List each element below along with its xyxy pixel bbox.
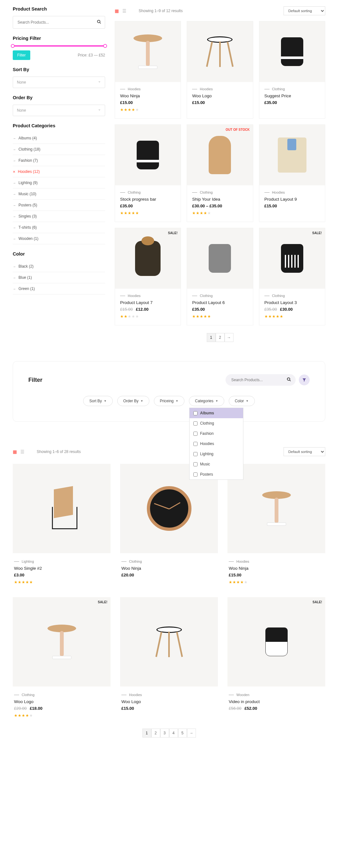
product-card[interactable]: Hoodies Woo Ninja £15.00 ★★★★★: [115, 21, 181, 119]
filter-search-input[interactable]: [226, 374, 296, 386]
checkbox[interactable]: [193, 422, 198, 426]
category-item[interactable]: →Albums (4): [13, 133, 105, 144]
sortby-select[interactable]: None: [13, 76, 105, 88]
page-link[interactable]: 1: [207, 333, 216, 342]
product-image: [115, 125, 181, 185]
product-card[interactable]: Lighting Woo Single #2 £3.00 ★★★★★: [13, 464, 110, 588]
dropdown-item[interactable]: Posters: [190, 469, 243, 479]
list-view-icon[interactable]: ☰: [21, 449, 25, 454]
chevron-down-icon: ▼: [104, 399, 107, 403]
sidebar: Product Search Pricing Filter Filter Pri…: [13, 6, 105, 361]
product-category: Hoodies: [122, 693, 216, 697]
color-item[interactable]: →Blue (1): [13, 272, 105, 283]
checkbox[interactable]: [193, 442, 198, 446]
product-category: Hoodies: [229, 560, 324, 563]
results-count: Showing 1–6 of 28 results: [37, 450, 80, 454]
color-item[interactable]: →Black (2): [13, 261, 105, 272]
product-category: Clothing: [264, 294, 320, 298]
product-card[interactable]: Clothing Product Layout 6 £35.00 ★★★★★: [187, 228, 253, 326]
filter-pill[interactable]: Priceing▼: [154, 396, 184, 406]
product-category: Clothing: [192, 294, 247, 298]
product-card[interactable]: SALE! Hoodies Product Layout 7 £15.00 £1…: [115, 228, 181, 326]
slider-handle-min[interactable]: [11, 44, 15, 48]
filter-pill[interactable]: Sort By▼: [83, 396, 112, 406]
arrow-right-icon: →: [13, 226, 16, 229]
product-image: [13, 464, 110, 553]
page-link[interactable]: 2: [151, 728, 160, 738]
category-label: Lighting (9): [19, 181, 38, 185]
product-card[interactable]: SALE! Wooden Video in product £56.00 £52…: [228, 597, 325, 721]
pagination-2: 12345→: [13, 728, 325, 738]
filter-section: Filter Sort By▼Order By▼Priceing▼Categor…: [13, 361, 325, 422]
category-item[interactable]: →Clothing (18): [13, 144, 105, 155]
page-link[interactable]: 2: [216, 333, 225, 342]
page-link[interactable]: 4: [169, 728, 178, 738]
filter-pill[interactable]: Categories▼AlbumsClothingFashionHoodiesL…: [189, 396, 224, 406]
arrow-right-icon: →: [13, 287, 16, 290]
product-card[interactable]: Hoodies Woo Logo £15.00: [120, 597, 218, 721]
page-link[interactable]: →: [187, 728, 196, 738]
product-image: [259, 21, 325, 82]
product-card[interactable]: SALE! Clothing Product Layout 3 £35.00 £…: [259, 228, 325, 326]
sort-select[interactable]: Default sorting: [283, 6, 325, 15]
sort-select[interactable]: Default sorting: [283, 447, 325, 456]
category-item[interactable]: →Lighting (9): [13, 177, 105, 189]
orderby-select[interactable]: None: [13, 105, 105, 116]
page-link[interactable]: 1: [142, 728, 151, 738]
page-link[interactable]: 5: [178, 728, 187, 738]
dropdown-item[interactable]: Hoodies: [190, 439, 243, 449]
filter-button[interactable]: Filter: [13, 51, 30, 60]
product-category: Clothing: [120, 190, 175, 194]
grid-view-icon[interactable]: ▦: [115, 8, 119, 13]
product-card[interactable]: Clothing Suggest Price £35.00: [259, 21, 325, 119]
dropdown-item[interactable]: Lighting: [190, 449, 243, 459]
category-item[interactable]: →Singles (3): [13, 211, 105, 222]
checkbox[interactable]: [193, 452, 198, 456]
search-icon[interactable]: [97, 20, 101, 25]
checkbox[interactable]: [193, 411, 198, 415]
product-category: Hoodies: [264, 190, 320, 194]
category-item[interactable]: →T-shirts (6): [13, 222, 105, 233]
search-input[interactable]: [13, 16, 105, 29]
product-card[interactable]: Hoodies Product Layout 9 £15.00: [259, 124, 325, 222]
category-item[interactable]: →Fashion (7): [13, 155, 105, 166]
checkbox[interactable]: [193, 472, 198, 476]
category-item[interactable]: →Posters (5): [13, 200, 105, 211]
filter-pill[interactable]: Order By▼: [117, 396, 149, 406]
checkbox[interactable]: [193, 462, 198, 466]
product-card[interactable]: Hoodies Woo Logo £15.00: [187, 21, 253, 119]
product-category: Wooden: [229, 693, 324, 697]
color-label: Black (2): [19, 264, 33, 269]
color-item[interactable]: →Green (1): [13, 283, 105, 294]
sale-badge: SALE!: [312, 231, 322, 235]
product-card[interactable]: Hoodies Woo Ninja £15.00 ★★★★★: [228, 464, 325, 588]
list-view-icon[interactable]: ☰: [122, 8, 127, 13]
category-label: T-shirts (6): [19, 225, 37, 230]
dropdown-item[interactable]: Music: [190, 459, 243, 469]
product-card[interactable]: Clothing Stock progress bar £35.00 ★★★★★: [115, 124, 181, 222]
search-icon[interactable]: [287, 377, 291, 383]
category-item[interactable]: ✕Hoodies (12): [13, 166, 105, 177]
rating: ★★★★★: [192, 211, 247, 215]
rating: ★★★★★: [229, 580, 324, 584]
view-toggle: ▦ ☰: [115, 8, 129, 13]
dropdown-item[interactable]: Clothing: [190, 418, 243, 428]
sale-badge: SALE!: [98, 600, 107, 604]
dropdown-item[interactable]: Fashion: [190, 428, 243, 439]
price-slider[interactable]: [13, 45, 105, 46]
product-title: Product Layout 3: [264, 300, 320, 305]
color-label: Green (1): [19, 286, 35, 291]
checkbox[interactable]: [193, 432, 198, 436]
filter-icon-button[interactable]: [299, 374, 310, 385]
slider-handle-max[interactable]: [103, 44, 107, 48]
page-link[interactable]: 3: [160, 728, 169, 738]
dropdown-item[interactable]: Albums: [190, 408, 243, 418]
product-card[interactable]: Clothing Woo Ninja £20.00: [120, 464, 218, 588]
grid-view-icon[interactable]: ▦: [13, 449, 17, 454]
page-link[interactable]: →: [225, 333, 234, 342]
filter-pill[interactable]: Color▼: [229, 396, 255, 406]
category-item[interactable]: →Wooden (1): [13, 233, 105, 244]
product-card[interactable]: OUT OF STOCK Clothing Ship Your Idea £30…: [187, 124, 253, 222]
category-item[interactable]: →Music (10): [13, 189, 105, 200]
product-card[interactable]: SALE! Clothing Woo Logo £20.00 £18.00 ★★…: [13, 597, 110, 721]
